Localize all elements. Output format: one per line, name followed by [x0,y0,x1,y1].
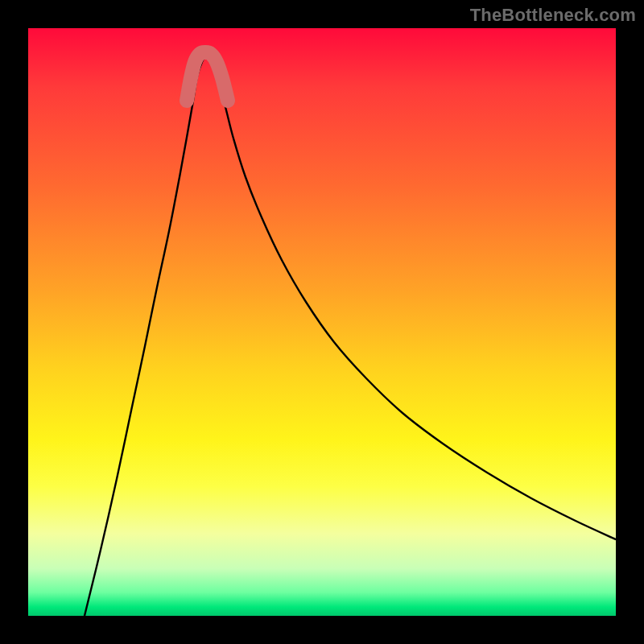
watermark-text: TheBottleneck.com [470,5,636,26]
chart-area [28,28,616,616]
chart-svg [28,28,616,616]
series-curve [85,55,616,616]
series-valley-highlight [187,52,228,101]
